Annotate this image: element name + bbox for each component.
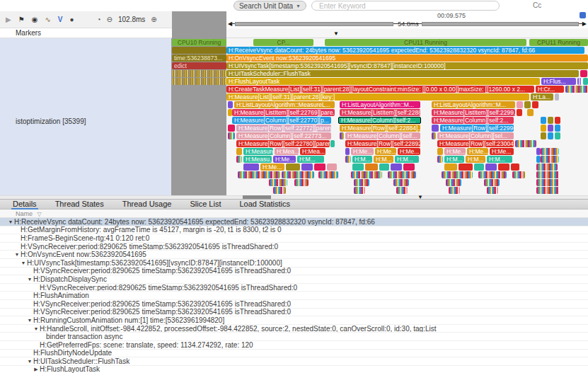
flame-slice[interactable]: H:Measure[Column][self... bbox=[345, 132, 420, 139]
tab-slice-list[interactable]: Slice List bbox=[190, 199, 221, 210]
flame-slice[interactable] bbox=[541, 117, 546, 124]
tree-row[interactable]: H:FlushDirtyNodeUpdate bbox=[0, 350, 588, 358]
expander-expanded-icon[interactable]: ▼ bbox=[33, 326, 40, 331]
flame-slice[interactable]: H:Measure[ListItem][self:22769][pare... bbox=[232, 109, 335, 116]
tree-row[interactable]: H:VSyncReceiver:period:8290625 timeStamp… bbox=[0, 268, 588, 276]
flame-slice[interactable] bbox=[393, 179, 409, 186]
flame-slice[interactable]: H:UIVsyncTask[timestamp:53623920541695][… bbox=[226, 62, 588, 69]
flame-slice[interactable] bbox=[517, 101, 523, 108]
tree-row[interactable]: ▼H:RunningCustomAnimation num:[1] time:[… bbox=[0, 316, 588, 325]
expander-expanded-icon[interactable]: ▼ bbox=[20, 260, 27, 265]
flame-slice[interactable] bbox=[580, 70, 587, 77]
flame-slice[interactable]: H:Measure[Column][self:22770][p... bbox=[232, 117, 331, 124]
flame-slice[interactable] bbox=[527, 109, 534, 116]
flame-slice[interactable]: H:Measure[Row][self:22996]... bbox=[440, 125, 514, 132]
flame-slice[interactable]: edict bbox=[172, 62, 226, 69]
flame-slice[interactable]: H:Measure[Column][self:22773... bbox=[236, 132, 331, 139]
flame-slice[interactable]: H:Measure[Row][self:23004... bbox=[437, 140, 514, 147]
flame-slice[interactable] bbox=[577, 78, 582, 85]
flame-slice[interactable] bbox=[548, 117, 553, 124]
flame-slice[interactable] bbox=[403, 163, 415, 171]
tab-load-statistics[interactable]: Load Statistics bbox=[239, 199, 290, 210]
tree-row[interactable]: H:VSyncReceiver:period:8290625 timeStamp… bbox=[0, 243, 588, 251]
flame-slice[interactable] bbox=[555, 117, 560, 124]
flame-slice[interactable] bbox=[379, 163, 389, 171]
flame-slice[interactable]: H:Mea... bbox=[275, 148, 299, 155]
tree-row[interactable]: H:GetMarginFromHistory: avgFrameTime is … bbox=[0, 226, 588, 235]
flame-slice[interactable] bbox=[388, 171, 416, 178]
tree-row[interactable]: ▼H:UITaskScheduler::FlushTask bbox=[0, 357, 588, 366]
flame-slice[interactable]: H:Measure[Row][self:22884]... bbox=[340, 125, 420, 132]
flame-slice[interactable]: H:Me... bbox=[260, 163, 284, 171]
flame-slice[interactable]: H:CreateTaskMeasure[List][self:31][paren… bbox=[226, 86, 534, 93]
flame-slice[interactable]: CP... bbox=[253, 39, 313, 46]
tree-row[interactable]: ▶H:FlushLayoutTask bbox=[0, 366, 588, 373]
flame-slice[interactable] bbox=[437, 148, 443, 155]
flame-slice[interactable] bbox=[396, 187, 408, 194]
flame-slice[interactable] bbox=[511, 163, 519, 171]
flame-slice[interactable] bbox=[487, 187, 498, 194]
flame-slice[interactable] bbox=[243, 163, 259, 171]
flame-slice[interactable] bbox=[345, 148, 350, 155]
flame-slice[interactable] bbox=[565, 86, 588, 93]
flame-slice[interactable] bbox=[555, 125, 560, 132]
tree-row[interactable]: H:VSyncReceiver:period:8290625 timeStamp… bbox=[0, 284, 588, 292]
flame-slice[interactable] bbox=[318, 171, 338, 178]
tree-row[interactable]: ▼H:UIVsyncTask[timestamp:53623920541695]… bbox=[0, 259, 588, 268]
flame-slice[interactable] bbox=[345, 156, 351, 163]
tree-row[interactable]: H:GetPreferredFps: scene: translate, spe… bbox=[0, 341, 588, 350]
flame-slice[interactable] bbox=[485, 163, 497, 171]
tree-row[interactable]: ▼H:HandleScroll, initOffset:-984.422852,… bbox=[0, 325, 588, 333]
flame-slice[interactable]: H:M... bbox=[297, 156, 324, 163]
flame-slice[interactable] bbox=[442, 171, 473, 178]
flame-slice[interactable] bbox=[541, 148, 559, 155]
flame-slice[interactable] bbox=[236, 148, 242, 155]
flame-slice[interactable] bbox=[449, 187, 460, 194]
flame-slice[interactable]: H:FlushLayoutTask bbox=[226, 78, 540, 85]
flame-slice[interactable] bbox=[555, 93, 559, 101]
flame-slice[interactable] bbox=[354, 179, 369, 186]
expander-expanded-icon[interactable]: ▼ bbox=[26, 318, 33, 323]
tree-row[interactable]: H:FrameS-BeginScene-rtg:41 0:120 ret:0 bbox=[0, 234, 588, 243]
flame-slice[interactable] bbox=[541, 156, 559, 163]
flame-slice[interactable] bbox=[536, 179, 559, 186]
flame-slice[interactable] bbox=[340, 132, 344, 139]
flame-slice[interactable]: CPU11 Running bbox=[325, 39, 526, 46]
flame-slice[interactable]: H:M... bbox=[466, 156, 485, 163]
flame-slice[interactable] bbox=[532, 101, 538, 108]
flame-slice[interactable]: H:Me... bbox=[444, 148, 466, 155]
flame-slice[interactable] bbox=[583, 78, 588, 85]
flame-slice[interactable] bbox=[498, 163, 509, 171]
tree-row[interactable]: ▼H:OnVsyncEvent now:53623920541695 bbox=[0, 251, 588, 259]
flame-slice[interactable]: H:Measure[Row][self:22780][paren... bbox=[236, 140, 330, 147]
flame-slice[interactable] bbox=[474, 163, 484, 171]
flame-slice[interactable]: H:ListLayoutAlgorithm::MeasureL... bbox=[234, 101, 335, 108]
flame-slice[interactable] bbox=[327, 163, 337, 171]
flame-slice[interactable]: H:Measure[Column][sel... bbox=[437, 132, 514, 139]
flame-slice[interactable]: time:536238873... bbox=[172, 54, 226, 62]
flame-slice[interactable] bbox=[524, 101, 531, 108]
tree-row[interactable]: H:VSyncReceiver:period:8290625 timeStamp… bbox=[0, 300, 588, 309]
tree-row[interactable]: H:VSyncReceiver:period:8290625 timeStamp… bbox=[0, 309, 588, 317]
flame-slice[interactable] bbox=[484, 179, 500, 186]
flame-slice[interactable]: H:Measure[Row][self:22892... bbox=[345, 140, 420, 147]
flame-slice[interactable]: H:Me... bbox=[490, 148, 514, 155]
flame-slice[interactable] bbox=[314, 163, 325, 171]
tab-details[interactable]: Details bbox=[13, 199, 37, 210]
tree-column-header[interactable]: Name ▽ bbox=[0, 210, 588, 218]
flame-slice[interactable] bbox=[351, 171, 382, 178]
flame-slice[interactable] bbox=[228, 132, 235, 139]
tree-row[interactable]: binder transaction async bbox=[0, 333, 588, 341]
expander-expanded-icon[interactable]: ▼ bbox=[26, 277, 33, 282]
flame-slice[interactable]: H:Me... bbox=[398, 148, 420, 155]
expander-expanded-icon[interactable]: ▼ bbox=[7, 219, 14, 224]
flame-slice[interactable]: H:Measure[Row][self:22772][parent... bbox=[236, 125, 331, 132]
flame-slice[interactable] bbox=[512, 171, 525, 178]
flame-slice[interactable]: H:Measure... bbox=[243, 148, 273, 155]
flame-slice[interactable] bbox=[352, 163, 364, 171]
flame-slice[interactable] bbox=[437, 156, 443, 163]
flame-slice[interactable] bbox=[432, 132, 436, 139]
expander-expanded-icon[interactable]: ▼ bbox=[13, 252, 21, 257]
flame-slice[interactable] bbox=[273, 187, 286, 194]
flame-slice[interactable]: H:Measu... bbox=[243, 156, 272, 163]
